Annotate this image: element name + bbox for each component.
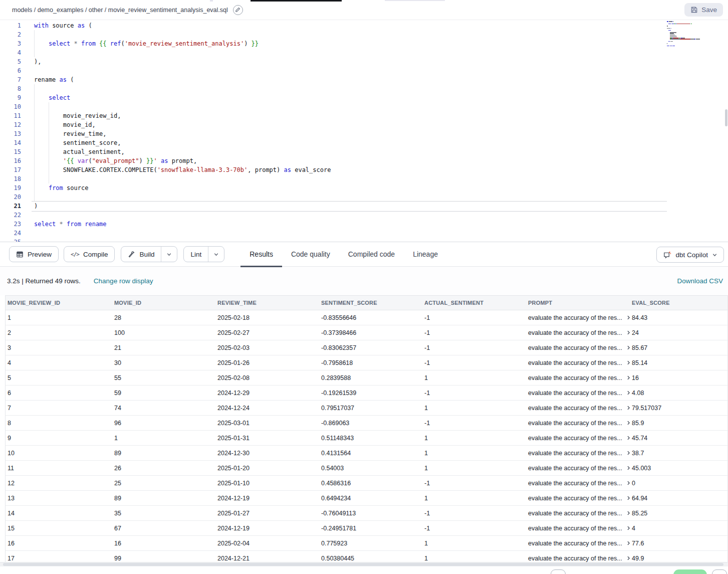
expand-prompt-chevron-icon[interactable]: [625, 390, 630, 396]
change-row-display-link[interactable]: Change row display: [94, 277, 153, 285]
table-cell: 0.2839588: [319, 374, 422, 381]
code-line[interactable]: 18: [0, 174, 331, 183]
code-line[interactable]: 7rename as (: [0, 75, 331, 84]
lint-button[interactable]: Lint: [184, 247, 208, 262]
code-line[interactable]: 17 SNOWFLAKE.CORTEX.COMPLETE('snowflake-…: [0, 165, 331, 174]
expand-prompt-chevron-icon[interactable]: [625, 329, 630, 336]
expand-prompt-chevron-icon[interactable]: [625, 540, 630, 546]
expand-prompt-chevron-icon[interactable]: [625, 314, 630, 321]
code-line[interactable]: 24: [0, 229, 331, 238]
compile-button[interactable]: </> Compile: [64, 246, 115, 262]
table-cell: 64.94: [630, 495, 727, 502]
tab-results[interactable]: Results: [240, 242, 282, 267]
line-number: 7: [0, 75, 21, 84]
code-line[interactable]: 19 from source: [0, 183, 331, 193]
build-menu-button[interactable]: [161, 247, 177, 262]
table-cell: 2025-01-20: [215, 465, 319, 472]
results-table: MOVIE_REVIEW_IDMOVIE_IDREVIEW_TIMESENTIM…: [5, 295, 728, 566]
code-line[interactable]: 13 review_time,: [0, 129, 331, 138]
table-cell: 0.50380445: [319, 555, 422, 562]
code-line[interactable]: 25: [0, 238, 331, 242]
query-status: 3.2s | Returned 49 rows.: [7, 277, 81, 285]
table-cell: 0.79517037: [319, 405, 422, 412]
table-cell: 84.43: [630, 314, 727, 321]
code-line[interactable]: 4: [0, 48, 331, 57]
line-number: 22: [0, 211, 21, 220]
breadcrumb-path: models / demo_examples / other / movie_r…: [12, 7, 228, 14]
bottom-partial-button-right[interactable]: [712, 569, 727, 574]
code-brackets-icon: </>: [71, 251, 79, 258]
expand-prompt-chevron-icon[interactable]: [625, 359, 630, 366]
tab-compiled-code[interactable]: Compiled code: [339, 242, 404, 267]
table-horizontal-scrollbar[interactable]: [0, 562, 728, 566]
preview-button[interactable]: Preview: [9, 246, 59, 262]
horizontal-scrollbar-thumb[interactable]: [3, 563, 723, 566]
code-line[interactable]: 14 sentiment_score,: [0, 138, 331, 147]
expand-prompt-chevron-icon[interactable]: [625, 450, 630, 456]
table-cell: evaluate the accuracy of the res...: [526, 420, 630, 427]
minimap[interactable]: [667, 21, 724, 51]
expand-prompt-chevron-icon[interactable]: [625, 480, 630, 486]
code-line[interactable]: 11 movie_review_id,: [0, 111, 331, 120]
line-number: 2: [0, 30, 21, 39]
code-line[interactable]: 3 select * from {{ ref('movie_review_sen…: [0, 39, 331, 48]
table-cell: evaluate the accuracy of the res...: [526, 525, 630, 532]
expand-prompt-chevron-icon[interactable]: [625, 374, 630, 381]
code-line[interactable]: 9 select: [0, 93, 331, 102]
code-line[interactable]: 12 movie_id,: [0, 120, 331, 129]
tab-lineage[interactable]: Lineage: [404, 242, 447, 267]
table-cell: 2025-02-04: [215, 540, 319, 547]
build-button[interactable]: Build: [121, 247, 161, 262]
tab-code-quality[interactable]: Code quality: [282, 242, 339, 267]
chevron-down-icon: [166, 252, 172, 257]
editor-scrollbar-thumb[interactable]: [725, 109, 727, 126]
expand-prompt-chevron-icon[interactable]: [625, 525, 630, 531]
lint-menu-button[interactable]: [208, 247, 224, 262]
table-cell: 0.54003: [319, 465, 422, 472]
expand-prompt-chevron-icon[interactable]: [625, 435, 630, 441]
expand-prompt-chevron-icon[interactable]: [625, 510, 630, 516]
save-button[interactable]: Save: [684, 3, 723, 17]
table-cell: 1: [422, 465, 526, 472]
code-line[interactable]: 16 '{{ var("eval_prompt") }}' as prompt,: [0, 156, 331, 165]
code-line[interactable]: 22: [0, 211, 331, 220]
chat-sparkle-icon: [663, 251, 671, 259]
code-line[interactable]: 21): [0, 202, 331, 211]
table-cell: 21: [112, 344, 215, 351]
expand-prompt-chevron-icon[interactable]: [625, 555, 630, 561]
table-row: 21002025-02-27-0.37398466-1evaluate the …: [6, 325, 727, 340]
code-line[interactable]: 8: [0, 84, 331, 93]
code-line[interactable]: 15 actual_sentiment,: [0, 147, 331, 156]
code-line[interactable]: 2: [0, 30, 331, 39]
code-line[interactable]: 1with source as (: [0, 21, 331, 30]
expand-prompt-chevron-icon[interactable]: [625, 465, 630, 471]
code-line[interactable]: 20: [0, 193, 331, 202]
table-cell: 85.67: [630, 344, 727, 351]
expand-prompt-chevron-icon[interactable]: [625, 420, 630, 426]
table-cell: 17: [6, 555, 112, 562]
table-cell: -0.869063: [319, 420, 422, 427]
table-cell: 28: [112, 314, 215, 321]
expand-prompt-chevron-icon[interactable]: [625, 495, 630, 501]
expand-prompt-chevron-icon[interactable]: [625, 405, 630, 411]
lint-label: Lint: [190, 251, 201, 258]
table-cell: -0.7958618: [319, 359, 422, 366]
code-editor[interactable]: 1with source as (23 select * from {{ ref…: [0, 20, 728, 242]
download-csv-link[interactable]: Download CSV: [677, 277, 723, 285]
table-cell: 12: [6, 480, 112, 487]
dbt-copilot-button[interactable]: dbt Copilot: [656, 247, 724, 263]
bottom-partial-green-button[interactable]: [673, 569, 707, 574]
table-cell: evaluate the accuracy of the res...: [526, 405, 630, 412]
browser-tab-artifact: [251, 0, 342, 2]
code-line[interactable]: 6: [0, 66, 331, 75]
edit-mode-icon[interactable]: [233, 5, 243, 15]
expand-prompt-chevron-icon[interactable]: [625, 344, 630, 351]
table-cell: 2024-12-19: [215, 495, 319, 502]
code-line[interactable]: 5),: [0, 57, 331, 66]
table-row: 10892024-12-300.41315641evaluate the acc…: [6, 446, 727, 461]
result-tabs: ResultsCode qualityCompiled codeLineage: [240, 242, 447, 267]
bottom-partial-button-left[interactable]: [551, 569, 566, 574]
table-cell: 6: [6, 390, 112, 397]
code-line[interactable]: 23select * from rename: [0, 220, 331, 229]
code-line[interactable]: 10: [0, 102, 331, 111]
